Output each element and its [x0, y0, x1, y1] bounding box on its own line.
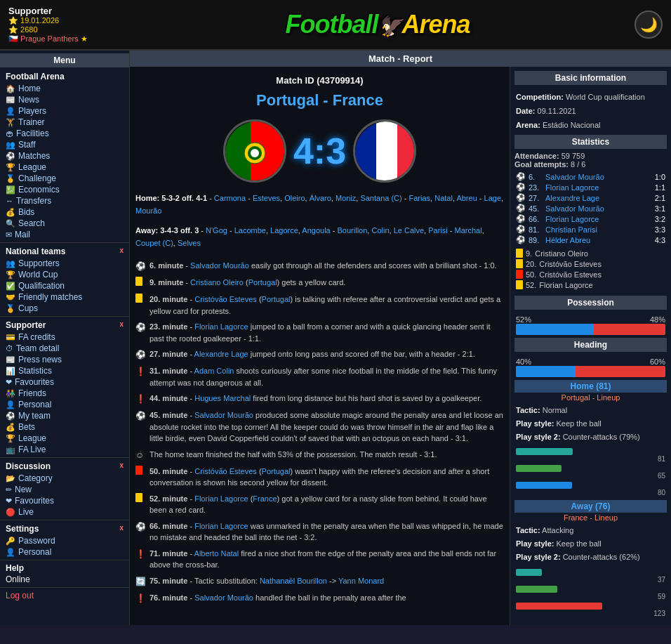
sidebar-item-news[interactable]: 📰News [0, 94, 129, 105]
ev-salvador2[interactable]: Salvador Mourão [194, 411, 253, 419]
sidebar-item-myteam[interactable]: ⚽My team [0, 410, 129, 421]
away-lineup-sub[interactable]: France - Lineup [514, 513, 667, 523]
sidebar-item-staff[interactable]: 👥Staff [0, 139, 129, 150]
player-lagorce[interactable]: Lagorce [270, 226, 298, 235]
sidebar-item-personal2[interactable]: 👤Personal [0, 546, 129, 558]
sidebar-item-fav[interactable]: ❤Favourites [0, 495, 129, 506]
player-colin[interactable]: Colin [371, 226, 389, 235]
red-card-1 [516, 270, 523, 279]
sidebar-item-category[interactable]: 📂Category [0, 473, 129, 484]
player-ngog[interactable]: N'Gog [206, 226, 227, 235]
ev-lagorce2[interactable]: Florian Lagorce [194, 494, 248, 503]
goal-player-3[interactable]: Alexandre Lage [545, 194, 642, 202]
player-natal[interactable]: Natal [434, 194, 453, 202]
player-farias[interactable]: Farias [409, 194, 431, 202]
player-marchal[interactable]: Marchal [455, 226, 482, 235]
sidebar-item-home[interactable]: 🏠Home [0, 83, 129, 94]
goal-player-7[interactable]: Hélder Abreu [545, 236, 642, 244]
basic-info: Competition: World Cup qualification Dat… [514, 88, 667, 135]
ev-bourillon[interactable]: Nathanaël Bourillon [260, 577, 327, 585]
sidebar-item-fa-live[interactable]: 📺FA Live [0, 444, 129, 455]
player-esteves[interactable]: Esteves [253, 194, 280, 202]
sidebar-item-favourites[interactable]: ❤Favourites [0, 376, 129, 388]
ev-esteves2[interactable]: Cristóvão Esteves [194, 467, 257, 475]
ev-salvador3[interactable]: Salvador Mourão [194, 593, 253, 602]
sidebar-item-search[interactable]: 🔍Search [0, 218, 129, 229]
sidebar-item-league2[interactable]: 🏆League [0, 433, 129, 444]
sidebar-item-statistics[interactable]: 📊Statistics [0, 365, 129, 376]
card-player-2[interactable]: Cristóvão Esteves [539, 260, 602, 268]
sidebar-item-help: Help [0, 563, 129, 574]
event-2: 9. minute - Cristiano Oleiro (Portugal) … [135, 275, 504, 291]
player-coupet[interactable]: Coupet (C) [135, 239, 173, 247]
sidebar-item-live[interactable]: 🔴Live [0, 506, 129, 518]
away-bar-1 [516, 569, 542, 576]
sidebar-item-press-news[interactable]: 📰Press news [0, 354, 129, 365]
match-teams: Portugal - France [135, 88, 504, 112]
ev-lagorce1[interactable]: Florian Lagorce [194, 322, 248, 331]
sidebar-item-password[interactable]: 🔑Password [0, 535, 129, 546]
sidebar-item-bets[interactable]: 💰Bets [0, 421, 129, 433]
away-flag [353, 119, 416, 183]
ev-natal[interactable]: Alberto Natal [194, 549, 239, 558]
ev-colin[interactable]: Adam Colin [194, 367, 234, 375]
sidebar-item-qualification[interactable]: ✅Qualification [0, 280, 129, 291]
sidebar-item-friends[interactable]: 👫Friends [0, 388, 129, 399]
event-icon-1: ⚽ [135, 260, 147, 272]
ev-oleiro[interactable]: Cristiano Oleiro [190, 278, 244, 287]
ev-marchal[interactable]: Hugues Marchal [194, 394, 251, 402]
player-alvaro[interactable]: Álvaro [310, 194, 331, 202]
player-selves[interactable]: Selves [178, 239, 201, 247]
ev-lage[interactable]: Alexandre Lage [194, 350, 248, 358]
supporter-team[interactable]: 🇨🇿 Prague Panthers ★ [8, 34, 121, 44]
moon-icon[interactable]: 🌙 [635, 11, 663, 39]
sidebar-item-logout[interactable]: Log out [0, 590, 129, 601]
sidebar-item-new[interactable]: ✏New [0, 484, 129, 495]
player-lecalve[interactable]: Le Calve [394, 226, 424, 235]
sidebar-item-bids[interactable]: 💰Bids [0, 206, 129, 218]
player-moniz[interactable]: Moniz [336, 194, 356, 202]
sidebar-item-fa-credits[interactable]: 💳FA credits [0, 331, 129, 343]
player-oleiro[interactable]: Oleiro [284, 194, 305, 202]
player-bourillon[interactable]: Bourillon [338, 226, 368, 235]
goal-player-1[interactable]: Salvador Mourão [545, 173, 642, 181]
card-player-1[interactable]: Cristiano Oleiro [535, 249, 588, 258]
player-santana[interactable]: Santana (C) [360, 194, 401, 202]
sidebar-item-league[interactable]: 🏆League [0, 162, 129, 173]
sidebar-item-transfers[interactable]: ↔Transfers [0, 195, 129, 206]
sidebar-item-matches[interactable]: ⚽Matches [0, 150, 129, 162]
ev-salvador1[interactable]: Salvador Mourão [190, 261, 249, 270]
player-lacombe[interactable]: Lacombe [234, 226, 266, 235]
sidebar-item-supporters[interactable]: 👥Supporters [0, 258, 129, 269]
ev-esteves1[interactable]: Cristóvão Esteves [194, 295, 257, 303]
card-player-3[interactable]: Cristóvão Esteves [539, 270, 602, 279]
player-parisi[interactable]: Parisi [428, 226, 448, 235]
event-icon-12: ⚽ [135, 520, 147, 533]
sidebar-item-challenge[interactable]: 🥇Challenge [0, 173, 129, 184]
player-carmona[interactable]: Carmona [214, 194, 246, 202]
goal-player-5[interactable]: Florian Lagorce [545, 215, 642, 223]
player-mourao[interactable]: Mourão [135, 206, 161, 215]
ev-lagorce3[interactable]: Florian Lagorce [194, 522, 248, 530]
goal-player-6[interactable]: Christian Parisi [545, 225, 642, 234]
sidebar-item-team-detail[interactable]: ⏱Team detail [0, 343, 129, 354]
player-lage[interactable]: Lage [484, 194, 501, 202]
card-player-4[interactable]: Florian Lagorce [539, 281, 592, 289]
goal-player-4[interactable]: Salvador Mourão [545, 204, 642, 213]
match-main: Match ID (43709914) Portugal - France [130, 67, 510, 625]
goal-player-2[interactable]: Florian Lagorce [545, 183, 642, 192]
sidebar-item-facilities[interactable]: 🏟Facilities [0, 128, 129, 139]
sidebar-item-friendly[interactable]: 🤝Friendly matches [0, 291, 129, 303]
sidebar-item-economics[interactable]: 💹Economics [0, 184, 129, 195]
player-angoula[interactable]: Angoula [302, 226, 330, 235]
sidebar-item-cups[interactable]: 🏅Cups [0, 303, 129, 314]
player-abreu[interactable]: Abreu [456, 194, 477, 202]
sidebar-item-trainer[interactable]: 🏋Trainer [0, 117, 129, 128]
sidebar-item-mail[interactable]: ✉Mail [0, 229, 129, 240]
sidebar-item-players[interactable]: 👤Players [0, 105, 129, 117]
sidebar-item-personal[interactable]: 👤Personal [0, 399, 129, 410]
ev-monard[interactable]: Yann Monard [338, 577, 384, 585]
yellow-card-2 [516, 259, 523, 268]
sidebar-item-worldcup[interactable]: 🏆World Cup [0, 269, 129, 280]
home-lineup-sub[interactable]: Portugal - Lineup [514, 393, 667, 402]
